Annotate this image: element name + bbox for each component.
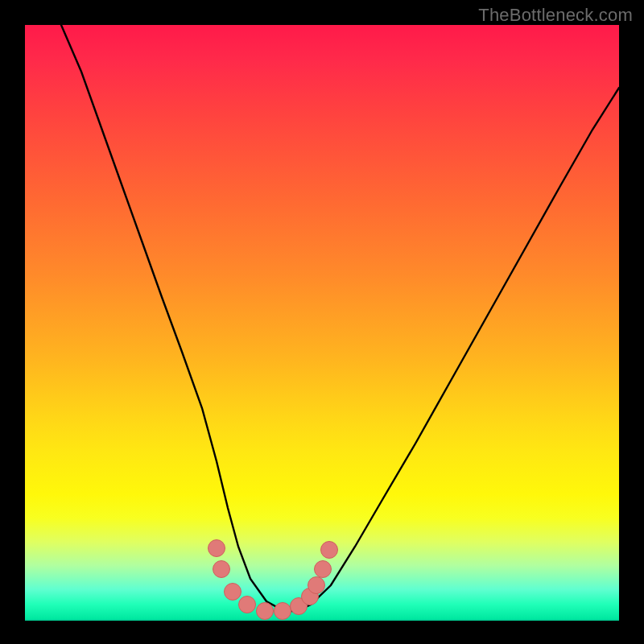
axis-baseline bbox=[25, 619, 619, 621]
bottleneck-curve bbox=[25, 25, 619, 619]
curve-marker bbox=[315, 561, 332, 578]
curve-marker bbox=[321, 542, 338, 559]
curve-marker bbox=[213, 561, 230, 578]
watermark-label: TheBottleneck.com bbox=[478, 5, 633, 26]
curve-marker bbox=[225, 584, 242, 601]
curve-marker bbox=[257, 603, 274, 620]
curve-marker bbox=[308, 577, 325, 594]
curve-marker bbox=[275, 603, 291, 620]
curve-marker bbox=[208, 540, 225, 557]
chart-frame: TheBottleneck.com bbox=[0, 0, 644, 644]
curve-marker bbox=[239, 597, 256, 613]
